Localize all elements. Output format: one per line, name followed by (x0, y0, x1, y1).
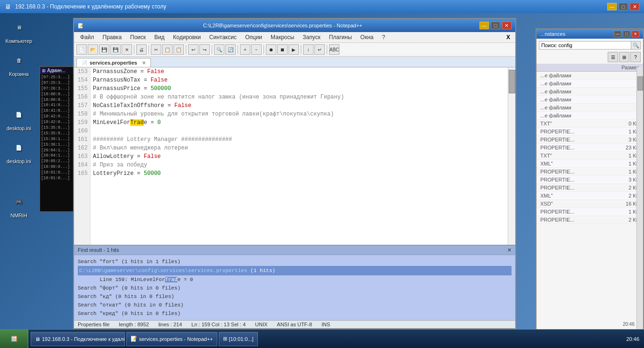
fe-scrollbar-thumb[interactable] (637, 76, 643, 91)
taskbar-item-rdp[interactable]: 🖥 192.168.0.3 - Подключение к удалённому… (31, 332, 125, 346)
list-item[interactable]: XSD"16 КБ (537, 200, 643, 208)
fe-close-btn[interactable]: ✕ (632, 31, 639, 37)
fe-scrollbar[interactable] (636, 67, 643, 340)
notepad-title: C:\L2RB\gameserver\config\services\servi… (203, 23, 362, 28)
list-item[interactable]: TXT"0 КБ (537, 120, 643, 128)
menu-encoding[interactable]: Кодировки (169, 33, 205, 41)
os-maximize-button[interactable]: □ (619, 3, 628, 10)
list-item[interactable]: PROPERTIE...2 КБ (537, 216, 643, 224)
fe-title: ...nstances (540, 31, 565, 37)
list-item[interactable]: ...е файлами (537, 112, 643, 120)
list-item[interactable]: ...е файлами (537, 88, 643, 96)
editor-scrollbar-v[interactable] (508, 67, 515, 245)
code-line: # Приз за победу (93, 161, 505, 169)
menu-syntax[interactable]: Синтаксис (206, 33, 240, 41)
find-result-item: Search "форт" (0 hits in 0 files) (78, 284, 512, 292)
menu-run[interactable]: Запуск (299, 33, 324, 41)
list-item[interactable]: XML"2 КБ (537, 192, 643, 200)
tab-services-properties[interactable]: 📄 services.properties ✕ (76, 58, 151, 67)
tab-close-icon[interactable]: ✕ (142, 60, 146, 66)
notepad-win-controls[interactable]: — □ ✕ (479, 22, 512, 29)
editor-scrollbar-thumb[interactable] (509, 70, 515, 93)
tb-undo-btn[interactable]: ↩ (188, 44, 198, 55)
tb-zoom-out-btn[interactable]: − (251, 44, 262, 55)
os-close-button[interactable]: ✕ (630, 3, 639, 10)
desktop-icon-recycle[interactable]: 🗑 Корзина (2, 51, 35, 77)
menu-close-btn[interactable]: X (504, 33, 513, 41)
editor-area[interactable]: 153 154 155 156 157 158 159 160 161 162 … (74, 67, 515, 245)
find-result-match[interactable]: C:\L2RB\gameserver\config\services\servi… (78, 266, 512, 275)
tb-save-btn[interactable]: 💾 (99, 44, 109, 55)
desktop-icon-nmrih[interactable]: 🎮 NMRiH (2, 192, 35, 218)
tb-new-btn[interactable]: 📄 (76, 44, 87, 55)
notepad-maximize-btn[interactable]: □ (491, 22, 500, 29)
find-results: Search "fort" (1 hits in 1 files) C:\L2R… (74, 255, 515, 320)
list-item[interactable]: PROPERTIE...1 КБ (537, 128, 643, 136)
tb-find-btn[interactable]: 🔍 (214, 44, 224, 55)
tb-sep-5 (238, 45, 238, 54)
tb-sync-btn[interactable]: ↕ (303, 44, 314, 55)
fe-search-icon[interactable]: 🔍 (631, 41, 640, 49)
notepad-minimize-btn[interactable]: — (479, 22, 489, 29)
list-item[interactable]: PROPERTIE...2 КБ (537, 184, 643, 192)
fe-view-details-btn[interactable]: ☰ (608, 52, 618, 62)
tb-print-btn[interactable]: 🖨 (136, 44, 147, 55)
fe-view-icons-btn[interactable]: ⊞ (619, 52, 629, 62)
menu-view[interactable]: Вид (150, 33, 168, 41)
list-item[interactable]: ...е файлами (537, 96, 643, 104)
desktop-icon-desktop1[interactable]: 📄 desktop.ini (2, 105, 35, 131)
menu-help[interactable]: ? (378, 33, 389, 41)
taskbar-start-button[interactable]: 🪟 (0, 330, 28, 348)
fe-maximize-btn[interactable]: □ (623, 31, 630, 37)
fe-help-btn[interactable]: ? (630, 52, 641, 62)
os-minimize-button[interactable]: — (607, 3, 617, 10)
tb-copy-btn[interactable]: 📋 (162, 44, 173, 55)
list-item[interactable]: PROPERTIE...3 КБ (537, 176, 643, 184)
list-item[interactable]: TXT"1 КБ (537, 152, 643, 160)
menu-plugins[interactable]: Плагины (325, 33, 356, 41)
code-content[interactable]: ParnassusZone = False ParnassusNoTax = F… (91, 67, 508, 245)
tb-sep-8 (327, 45, 327, 54)
fe-column-header: Размер (537, 64, 643, 72)
desktop-icon-computer[interactable]: 🖥 Компьютер (2, 18, 35, 44)
list-item[interactable]: PROPERTIE...23 КБ (537, 144, 643, 152)
fe-minimize-btn[interactable]: — (614, 31, 621, 37)
fe-search-input[interactable] (539, 41, 631, 49)
menu-edit[interactable]: Правка (99, 33, 126, 41)
list-item[interactable]: PROPERTIE...1 КБ (537, 208, 643, 216)
list-item[interactable]: XML"1 КБ (537, 160, 643, 168)
tb-redo-btn[interactable]: ↪ (199, 44, 210, 55)
tb-replace-btn[interactable]: 🔄 (225, 44, 236, 55)
list-item[interactable]: ...е файлами (537, 104, 643, 112)
list-item[interactable]: ...е файлами (537, 72, 643, 80)
tb-open-btn[interactable]: 📂 (88, 44, 98, 55)
tb-cut-btn[interactable]: ✂ (151, 44, 161, 55)
list-item[interactable]: PROPERTIE...3 КБ (537, 136, 643, 144)
tb-wrap-btn[interactable]: ↵ (314, 44, 325, 55)
fe-search-box[interactable]: 🔍 (539, 41, 641, 50)
tb-spell-btn[interactable]: ABC (329, 44, 339, 55)
os-titlebar: 🖥 192.168.0.3 - Подключение к удалённому… (0, 0, 644, 13)
list-item[interactable]: ...е файлами (537, 80, 643, 88)
notepad-close-btn[interactable]: ✕ (502, 22, 512, 29)
desktop-icon-desktop2[interactable]: 📄 desktop.ini (2, 138, 35, 164)
menu-search[interactable]: Поиск (126, 33, 149, 41)
tb-close-btn[interactable]: ✕ (122, 44, 132, 55)
code-line: ######### Lottery Manager ##############… (93, 135, 505, 144)
tb-stop-btn[interactable]: ⏹ (277, 44, 288, 55)
find-panel-close[interactable]: ✕ (507, 247, 512, 253)
taskbar-item-notepad[interactable]: 📝 services.properties - Notepad++ (126, 332, 217, 346)
os-win-controls[interactable]: — □ ✕ (607, 3, 639, 10)
menu-macros[interactable]: Макросы (267, 33, 298, 41)
menu-windows[interactable]: Окна (356, 33, 377, 41)
tb-record-btn[interactable]: ⏺ (266, 44, 276, 55)
tb-paste-btn[interactable]: 📋 (173, 44, 184, 55)
tb-zoom-in-btn[interactable]: + (240, 44, 250, 55)
menu-options[interactable]: Опции (241, 33, 266, 41)
tb-play-btn[interactable]: ▶ (289, 44, 299, 55)
tray-time: 20:46 (626, 336, 639, 342)
menu-file[interactable]: Файл (76, 33, 98, 41)
list-item[interactable]: PROPERTIE...1 КБ (537, 168, 643, 176)
tb-save-all-btn[interactable]: 💾 (110, 44, 121, 55)
taskbar-item-console[interactable]: ⊞ [10:01:0...] (219, 332, 258, 346)
